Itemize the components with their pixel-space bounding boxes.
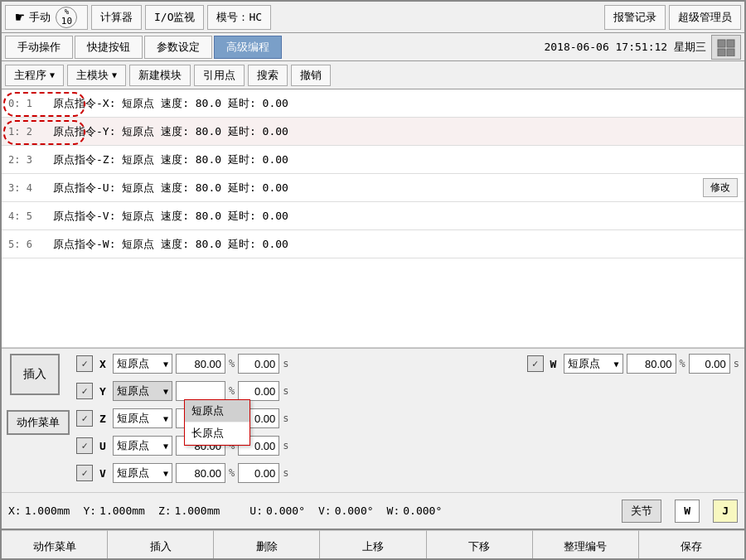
table-row[interactable]: 2: 3 原点指令-Z: 短原点 速度: 80.0 延时: 0.00	[2, 146, 744, 174]
program-list: 0: 1 原点指令-X: 短原点 速度: 80.0 延时: 0.00 1: 2 …	[2, 89, 744, 348]
datetime-display: 2018-06-06 17:51:12 星期三	[544, 40, 706, 55]
main-program-dropdown[interactable]: 主程序 ▼	[5, 65, 64, 86]
io-monitor-btn[interactable]: I/O监视	[145, 5, 204, 30]
modify-btn[interactable]: 修改	[703, 178, 738, 197]
bottom-move-up-btn[interactable]: 上移	[320, 530, 426, 560]
row-number: 0: 1	[8, 98, 33, 109]
bottom-toolbar: 动作菜单 插入 删除 上移 下移 整理编号 保存	[2, 529, 744, 560]
w-label: W:	[387, 504, 400, 517]
manual-mode[interactable]: ☛ 手动 % 10	[5, 5, 88, 30]
select-u[interactable]: 短原点 ▼	[113, 436, 172, 456]
search-btn[interactable]: 搜索	[248, 65, 288, 86]
axis-label-v: V	[96, 467, 109, 480]
calculator-btn[interactable]: 计算器	[91, 5, 142, 30]
model-label: 模号：HC	[207, 5, 271, 30]
axis-label-x: X	[96, 358, 109, 370]
y-dropdown-popup: 短原点 长原点	[184, 399, 250, 446]
close-joint-btn[interactable]: 关节	[622, 500, 661, 523]
row-number: 1: 2	[8, 126, 33, 138]
dropdown-item-short[interactable]: 短原点	[185, 400, 249, 422]
checkbox-y[interactable]: ✓	[76, 383, 93, 399]
bottom-delete-btn[interactable]: 删除	[214, 530, 320, 560]
axis-label-u: U	[96, 440, 109, 452]
list-and-panel: 0: 1 原点指令-X: 短原点 速度: 80.0 延时: 0.00 1: 2 …	[2, 89, 744, 492]
select-z-arrow: ▼	[163, 414, 168, 423]
table-row[interactable]: 0: 1 原点指令-X: 短原点 速度: 80.0 延时: 0.00	[2, 89, 744, 118]
time-w[interactable]	[689, 354, 730, 374]
j-label[interactable]: J	[713, 500, 738, 523]
select-x[interactable]: 短原点 ▼	[113, 354, 172, 374]
action-menu-bottom-btn[interactable]: 动作菜单	[7, 410, 70, 435]
time-y[interactable]	[238, 381, 279, 401]
bottom-move-down-btn[interactable]: 下移	[427, 530, 533, 560]
value-y[interactable]	[176, 381, 225, 401]
w-axis-label: W	[675, 500, 700, 523]
row-number: 3: 4	[8, 182, 33, 194]
table-row[interactable]: 3: 4 原点指令-U: 短原点 速度: 80.0 延时: 0.00 修改	[2, 174, 744, 202]
status-w2: W: 0.000°	[387, 504, 443, 517]
super-admin-btn[interactable]: 超级管理员	[669, 5, 741, 30]
select-y[interactable]: 短原点 ▼	[113, 381, 172, 401]
status-x: X: 1.000mm	[8, 504, 70, 517]
main-module-dropdown[interactable]: 主模块 ▼	[67, 65, 126, 86]
x-value: 1.000mm	[25, 504, 70, 517]
new-module-btn[interactable]: 新建模块	[129, 65, 191, 86]
tab-advanced-programming[interactable]: 高级编程	[214, 36, 282, 59]
param-row-y: ✓ Y 短原点 ▼ 短原点 长原点 % s	[76, 381, 507, 401]
value-x[interactable]	[176, 354, 225, 374]
checkbox-x[interactable]: ✓	[76, 355, 93, 372]
alarm-record-btn[interactable]: 报警记录	[604, 5, 666, 30]
params-grid: ✓ X 短原点 ▼ % s ✓ Y 短原点	[76, 354, 507, 487]
percent-badge: % 10	[56, 7, 77, 28]
tab-manual-operation[interactable]: 手动操作	[5, 36, 73, 59]
select-z[interactable]: 短原点 ▼	[113, 408, 172, 428]
x-label: X:	[8, 504, 22, 517]
nav-icon-box[interactable]	[711, 35, 741, 60]
select-w[interactable]: 短原点 ▼	[564, 354, 623, 374]
hand-icon: ☛	[16, 8, 25, 26]
select-v[interactable]: 短原点 ▼	[113, 463, 172, 483]
svg-rect-3	[727, 49, 734, 56]
checkbox-v[interactable]: ✓	[76, 465, 93, 481]
reference-point-btn[interactable]: 引用点	[194, 65, 245, 86]
time-v[interactable]	[238, 463, 279, 483]
u-value: 0.000°	[266, 504, 305, 517]
param-row-w: ✓ W 短原点 ▼ % s	[527, 354, 739, 374]
v-value: 0.000°	[335, 504, 374, 517]
row-content: 原点指令-V: 短原点 速度: 80.0 延时: 0.00	[53, 209, 738, 224]
param-row-u: ✓ U 短原点 ▼ % s	[76, 436, 507, 456]
checkbox-u[interactable]: ✓	[76, 437, 93, 454]
toolbar: 主程序 ▼ 主模块 ▼ 新建模块 引用点 搜索 撤销	[2, 61, 744, 89]
params-right: ✓ W 短原点 ▼ % s	[527, 354, 739, 487]
bottom-renumber-btn[interactable]: 整理编号	[533, 530, 639, 560]
insert-col: 插入 动作菜单	[7, 354, 70, 487]
value-w[interactable]	[627, 354, 676, 374]
axis-label-z: Z	[96, 413, 109, 425]
axis-label-y: Y	[96, 385, 109, 398]
bottom-save-btn[interactable]: 保存	[639, 530, 744, 560]
bottom-action-menu-btn[interactable]: 动作菜单	[2, 530, 108, 560]
checkbox-z[interactable]: ✓	[76, 410, 93, 427]
content-area: 0: 1 原点指令-X: 短原点 速度: 80.0 延时: 0.00 1: 2 …	[2, 89, 744, 492]
row-number: 2: 3	[8, 154, 33, 166]
insert-btn[interactable]: 插入	[10, 354, 60, 395]
value-v[interactable]	[176, 463, 225, 483]
status-bar: X: 1.000mm Y: 1.000mm Z: 1.000mm U: 0.00…	[2, 492, 744, 529]
param-section: 插入 动作菜单 ✓ X 短原点 ▼ % s	[2, 348, 744, 492]
table-row[interactable]: 5: 6 原点指令-W: 短原点 速度: 80.0 延时: 0.00	[2, 230, 744, 258]
tab-param-settings[interactable]: 参数设定	[144, 36, 212, 59]
time-x[interactable]	[238, 354, 279, 374]
bottom-insert-btn[interactable]: 插入	[108, 530, 214, 560]
grid-icon	[716, 38, 736, 56]
tab-quick-buttons[interactable]: 快捷按钮	[75, 36, 143, 59]
table-row[interactable]: 4: 5 原点指令-V: 短原点 速度: 80.0 延时: 0.00	[2, 202, 744, 230]
status-v: V: 0.000°	[318, 504, 374, 517]
nav-bar: 手动操作 快捷按钮 参数设定 高级编程 2018-06-06 17:51:12 …	[2, 33, 744, 61]
select-w-arrow: ▼	[614, 360, 619, 369]
cancel-btn[interactable]: 撤销	[291, 65, 331, 86]
dropdown-item-long[interactable]: 长原点	[185, 422, 249, 445]
status-y: Y: 1.000mm	[83, 504, 144, 517]
z-label: Z:	[158, 504, 172, 517]
checkbox-w[interactable]: ✓	[527, 355, 544, 372]
table-row[interactable]: 1: 2 原点指令-Y: 短原点 速度: 80.0 延时: 0.00	[2, 118, 744, 146]
